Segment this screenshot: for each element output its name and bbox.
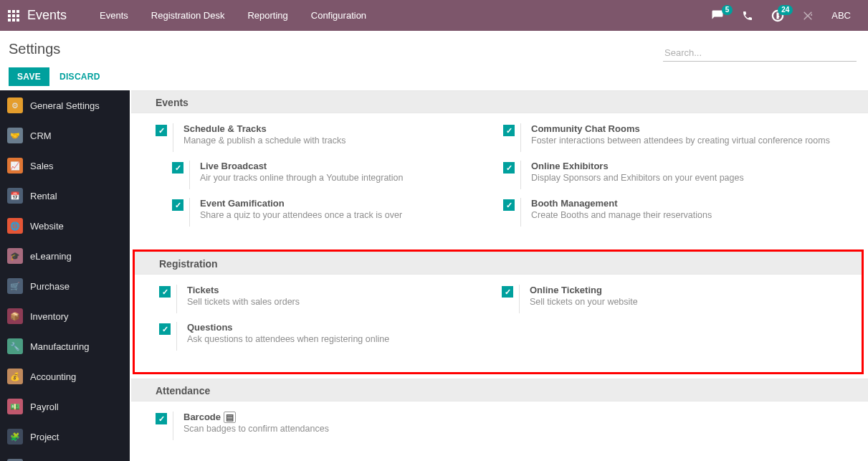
- setting-title: Online Ticketing: [530, 285, 638, 295]
- online-ticketing-checkbox[interactable]: [502, 286, 513, 298]
- setting-barcode: Barcode ▤ Scan badges to confirm attenda…: [156, 412, 503, 440]
- community-chat-checkbox[interactable]: [503, 125, 515, 136]
- sidebar-item-sales[interactable]: 📈Sales: [0, 151, 130, 181]
- setting-title: Tickets: [187, 285, 300, 295]
- save-button[interactable]: SAVE: [9, 67, 49, 86]
- sidebar-item-label: Accounting: [30, 371, 76, 382]
- nav-reporting[interactable]: Reporting: [236, 0, 299, 31]
- sidebar-item-manufacturing[interactable]: 🔧Manufacturing: [0, 331, 130, 361]
- live-broadcast-checkbox[interactable]: [172, 162, 183, 174]
- sidebar-item-inventory[interactable]: 📦Inventory: [0, 301, 130, 331]
- handshake-icon: 🤝: [7, 128, 23, 143]
- activities-icon[interactable]: 24: [766, 4, 790, 28]
- nav-links: Events Registration Desk Reporting Confi…: [88, 0, 378, 31]
- apps-icon[interactable]: [3, 5, 24, 27]
- setting-title: Live Broadcast: [200, 161, 404, 171]
- setting-online-exhibitors: Online Exhibitors Display Sponsors and E…: [503, 161, 851, 189]
- app-brand[interactable]: Events: [27, 8, 67, 23]
- nav-configuration[interactable]: Configuration: [300, 0, 378, 31]
- setting-desc: Foster interactions between attendees by…: [531, 136, 830, 146]
- sidebar-item-label: Sales: [30, 161, 54, 171]
- phone-icon[interactable]: [735, 4, 760, 28]
- schedule-tracks-checkbox[interactable]: [156, 125, 167, 136]
- sidebar-item-label: CRM: [30, 130, 52, 141]
- setting-booth-management: Booth Management Create Booths and manag…: [503, 198, 851, 227]
- setting-desc: Manage & publish a schedule with tracks: [183, 136, 346, 146]
- globe-icon: 🌐: [7, 218, 23, 234]
- page-title: Settings: [9, 41, 663, 62]
- registration-highlight: Registration Tickets Sell tickets with s…: [133, 249, 864, 374]
- nav-registration-desk[interactable]: Registration Desk: [140, 0, 237, 31]
- sidebar-item-rental[interactable]: 📅Rental: [0, 181, 130, 211]
- puzzle-icon: 🧩: [7, 429, 23, 445]
- barcode-doc-icon[interactable]: ▤: [224, 412, 236, 423]
- sidebar-item-general[interactable]: ⚙General Settings: [0, 90, 130, 120]
- nav-right: 5 24 ABC: [705, 4, 865, 28]
- setting-community-chat: Community Chat Rooms Foster interactions…: [503, 123, 851, 152]
- questions-checkbox[interactable]: [159, 323, 171, 335]
- sidebar-item-project[interactable]: 🧩Project: [0, 422, 130, 452]
- search-input[interactable]: [663, 44, 857, 62]
- sidebar-item-label: Manufacturing: [30, 341, 89, 352]
- sidebar-item-label: Rental: [30, 191, 57, 201]
- sidebar-item-label: eLearning: [30, 251, 72, 262]
- section-attendance-body: Barcode ▤ Scan badges to confirm attenda…: [131, 401, 868, 461]
- action-bar: SAVE DISCARD: [0, 63, 868, 90]
- setting-desc: Share a quiz to your attendees once a tr…: [200, 210, 402, 220]
- setting-title: Booth Management: [531, 198, 712, 209]
- wrench-icon: 🔧: [7, 338, 23, 354]
- setting-tickets: Tickets Sell tickets with sales orders: [159, 285, 502, 313]
- nav-events[interactable]: Events: [88, 0, 140, 31]
- sidebar-item-label: Inventory: [30, 311, 68, 322]
- discard-button[interactable]: DISCARD: [59, 72, 100, 82]
- barcode-checkbox[interactable]: [156, 413, 167, 424]
- box-icon: 📦: [7, 308, 23, 324]
- top-nav: Events Events Registration Desk Reportin…: [0, 0, 868, 31]
- sidebar-item-purchase[interactable]: 🛒Purchase: [0, 271, 130, 301]
- graduation-icon: 🎓: [7, 248, 23, 264]
- setting-questions: Questions Ask questions to attendees whe…: [159, 322, 502, 351]
- setting-desc: Scan badges to confirm attendances: [183, 424, 329, 434]
- sidebar-item-website[interactable]: 🌐Website: [0, 211, 130, 241]
- sub-header: Settings: [0, 31, 868, 63]
- setting-title: Schedule & Tracks: [183, 123, 346, 134]
- sidebar-item-crm[interactable]: 🤝CRM: [0, 120, 130, 151]
- tickets-checkbox[interactable]: [159, 286, 171, 298]
- setting-title: Online Exhibitors: [531, 161, 744, 171]
- setting-desc: Ask questions to attendees when register…: [187, 334, 389, 344]
- setting-title: Community Chat Rooms: [531, 123, 830, 134]
- section-attendance-head: Attendance: [131, 379, 868, 401]
- setting-title: Barcode ▤: [183, 412, 329, 422]
- messages-icon[interactable]: 5: [705, 4, 730, 28]
- user-menu[interactable]: ABC: [826, 10, 857, 21]
- setting-live-broadcast: Live Broadcast Air your tracks online th…: [156, 161, 503, 189]
- sidebar-item-label: Website: [30, 221, 64, 232]
- calendar-icon: 📅: [7, 188, 23, 204]
- sidebar-item-label: Payroll: [30, 401, 59, 412]
- tools-icon[interactable]: [796, 4, 820, 28]
- section-events-head: Events: [131, 90, 868, 113]
- sidebar-item-label: Project: [30, 432, 59, 442]
- messages-badge: 5: [722, 5, 733, 15]
- event-gamification-checkbox[interactable]: [172, 199, 183, 211]
- setting-event-gamification: Event Gamification Share a quiz to your …: [156, 198, 503, 227]
- sidebar-item-fieldservice[interactable]: 🚚Field Service: [0, 452, 130, 461]
- activities-badge: 24: [778, 5, 793, 15]
- sidebar-item-elearning[interactable]: 🎓eLearning: [0, 241, 130, 271]
- sidebar-item-label: General Settings: [30, 100, 100, 111]
- sidebar-item-accounting[interactable]: 💰Accounting: [0, 361, 130, 391]
- pay-icon: 💵: [7, 399, 23, 414]
- booth-management-checkbox[interactable]: [503, 199, 515, 211]
- sidebar-item-payroll[interactable]: 💵Payroll: [0, 391, 130, 422]
- setting-desc: Sell tickets on your website: [530, 297, 638, 307]
- online-exhibitors-checkbox[interactable]: [503, 162, 515, 174]
- setting-desc: Sell tickets with sales orders: [187, 297, 300, 307]
- section-registration-head: Registration: [135, 252, 862, 275]
- chart-icon: 📈: [7, 158, 23, 174]
- section-events-body: Schedule & Tracks Manage & publish a sch…: [131, 113, 868, 248]
- sidebar-item-label: Purchase: [30, 281, 70, 292]
- setting-desc: Air your tracks online through a Youtube…: [200, 173, 404, 183]
- main: ⚙General Settings 🤝CRM 📈Sales 📅Rental 🌐W…: [0, 90, 868, 461]
- sidebar: ⚙General Settings 🤝CRM 📈Sales 📅Rental 🌐W…: [0, 90, 130, 461]
- setting-desc: Display Sponsors and Exhibitors on your …: [531, 173, 744, 183]
